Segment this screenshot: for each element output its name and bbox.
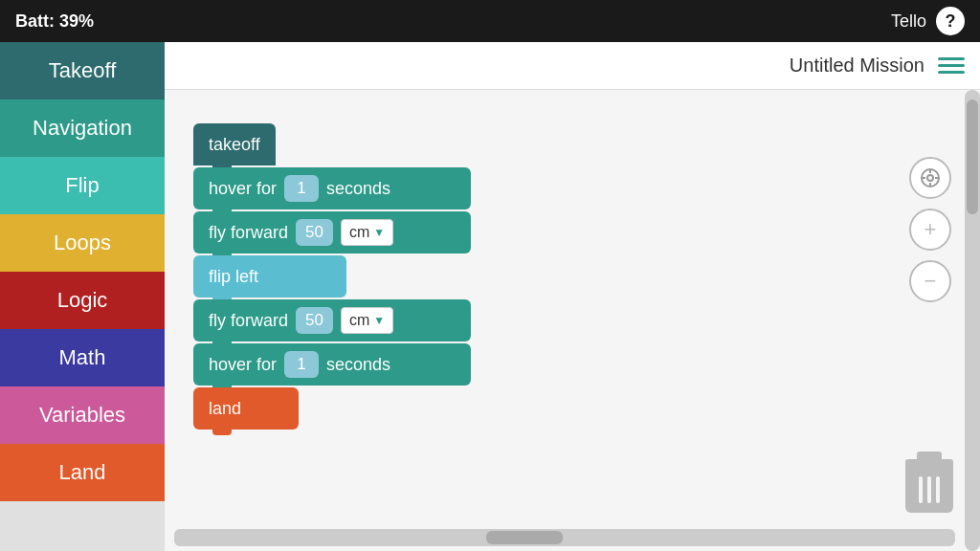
flyforward2-input[interactable]: 50	[296, 307, 333, 334]
sidebar: Takeoff Navigation Flip Loops Logic Math…	[0, 42, 165, 551]
menu-icon[interactable]	[938, 57, 965, 74]
zoom-out-button[interactable]: −	[909, 260, 951, 302]
controls-panel: + −	[909, 157, 951, 302]
hover1-input[interactable]: 1	[284, 175, 319, 202]
zoom-in-button[interactable]: +	[909, 209, 951, 251]
drone-label: Tello	[891, 11, 926, 32]
takeoff-block[interactable]: takeoff	[193, 123, 276, 165]
help-button[interactable]: ?	[936, 7, 965, 35]
flyforward1-block[interactable]: fly forward 50 cm ▼	[193, 211, 471, 253]
trash-body-icon	[905, 467, 953, 513]
scrollbar-thumb[interactable]	[967, 99, 978, 214]
sidebar-item-flip[interactable]: Flip	[0, 157, 165, 214]
target-icon	[920, 167, 941, 188]
flyforward1-input[interactable]: 50	[296, 219, 333, 246]
land-block[interactable]: land	[193, 387, 299, 430]
hover2-block[interactable]: hover for 1 seconds	[193, 343, 471, 386]
chevron-down-icon: ▼	[373, 314, 385, 327]
hover1-block[interactable]: hover for 1 seconds	[193, 167, 471, 209]
flyforward2-block[interactable]: fly forward 50 cm ▼	[193, 299, 471, 342]
sidebar-item-logic[interactable]: Logic	[0, 272, 165, 329]
battery-label: Batt: 39%	[15, 11, 94, 32]
sidebar-item-takeoff[interactable]: Takeoff	[0, 42, 165, 99]
horizontal-scrollbar[interactable]	[174, 529, 955, 546]
flyforward2-dropdown[interactable]: cm ▼	[341, 307, 393, 334]
trash-button[interactable]	[905, 459, 953, 513]
hover2-input[interactable]: 1	[284, 351, 319, 378]
trash-lid-icon	[905, 459, 953, 467]
target-button[interactable]	[909, 157, 951, 199]
canvas-header: Untitled Mission	[165, 42, 980, 90]
workspace: takeoff hover for 1 seconds fly forward …	[165, 90, 980, 451]
sidebar-item-navigation[interactable]: Navigation	[0, 99, 165, 157]
horizontal-scrollbar-thumb[interactable]	[486, 531, 563, 544]
top-bar: Batt: 39% Tello ?	[0, 0, 980, 42]
sidebar-item-variables[interactable]: Variables	[0, 386, 165, 444]
drone-area: Tello ?	[891, 7, 965, 35]
svg-point-1	[927, 175, 933, 181]
chevron-down-icon: ▼	[373, 226, 385, 239]
block-stack: takeoff hover for 1 seconds fly forward …	[193, 123, 951, 431]
vertical-scrollbar[interactable]	[965, 90, 980, 551]
mission-title: Untitled Mission	[790, 55, 924, 77]
main-layout: Takeoff Navigation Flip Loops Logic Math…	[0, 42, 980, 551]
flipleft-block[interactable]: flip left	[193, 255, 346, 298]
canvas-area: Untitled Mission takeoff hover for 1	[165, 42, 980, 551]
sidebar-item-math[interactable]: Math	[0, 329, 165, 386]
flyforward1-dropdown[interactable]: cm ▼	[341, 219, 393, 246]
sidebar-item-land[interactable]: Land	[0, 444, 165, 501]
sidebar-item-loops[interactable]: Loops	[0, 214, 165, 272]
